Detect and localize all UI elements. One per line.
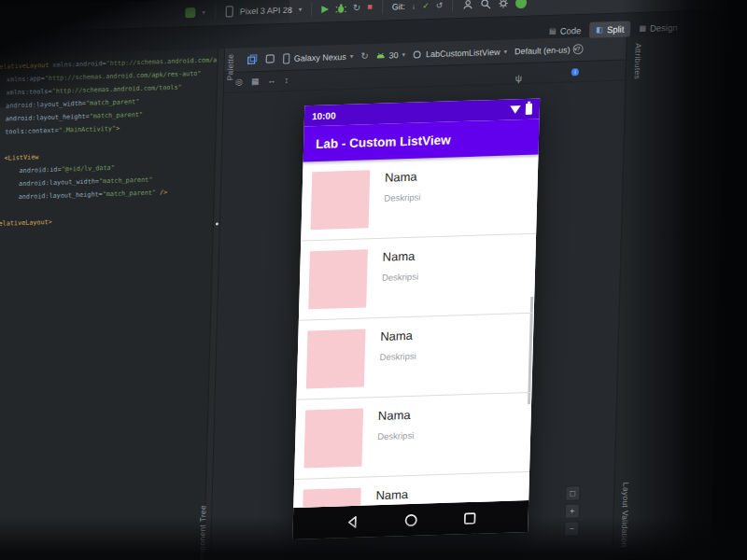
design-tab-icon: ▦ [639, 23, 646, 32]
item-thumbnail [303, 409, 363, 469]
chevron-down-icon: ▾ [299, 6, 303, 13]
git-rollback-button[interactable]: ↺ [436, 0, 444, 9]
preview-device-dropdown[interactable]: Galaxy Nexus ▾ [283, 50, 354, 63]
list-item[interactable]: Nama Deskripsi [299, 234, 536, 321]
api-level-dropdown[interactable]: 30 ▾ [376, 49, 406, 60]
item-title: Nama [375, 487, 408, 502]
code-tab-icon: ▤ [549, 26, 557, 35]
user-access-icon[interactable] [462, 0, 473, 10]
zoom-controls: □ + − [564, 485, 581, 537]
item-title: Nama [382, 249, 415, 264]
tab-code[interactable]: ▤ Code [543, 21, 588, 39]
user-avatar[interactable] [515, 0, 527, 8]
app-bar: Lab - Custom ListView [303, 119, 540, 161]
run-button[interactable]: ▶ [321, 4, 329, 13]
module-selector[interactable]: ▾ [185, 7, 205, 19]
chevron-down-icon: ▾ [402, 50, 406, 58]
item-description: Deskripsi [380, 351, 416, 362]
toolbar-separator [452, 0, 453, 11]
splitter-handle[interactable] [216, 222, 218, 225]
item-title: Nama [380, 329, 413, 343]
phone-device-icon [225, 6, 233, 18]
home-icon [403, 512, 417, 526]
git-label: Git: [392, 1, 405, 10]
item-thumbnail [306, 329, 366, 388]
git-commit-button[interactable]: ✓ [422, 1, 430, 10]
back-icon [345, 514, 359, 528]
zoom-fit-button[interactable]: □ [565, 485, 580, 501]
git-update-button[interactable]: ↓ [412, 1, 416, 10]
preview-device-label: Galaxy Nexus [294, 51, 346, 63]
app-module-icon [185, 7, 195, 18]
device-selector-dropdown[interactable]: Pixel 3 API 28 ▾ [225, 3, 303, 18]
render-info-badge[interactable]: i [571, 68, 579, 76]
locale-label: Default (en-us) [514, 45, 571, 56]
app-bar-title: Lab - Custom ListView [316, 133, 451, 151]
api-level-label: 30 [389, 50, 399, 60]
item-description: Deskripsi [382, 272, 418, 283]
theme-label: LabCustomListView [426, 47, 500, 59]
item-description: Deskripsi [377, 430, 414, 441]
search-icon[interactable] [480, 0, 491, 9]
item-description: Deskripsi [384, 192, 420, 203]
list-item[interactable]: Nama Deskripsi [294, 393, 531, 480]
tab-design-label: Design [650, 21, 678, 33]
resize-horizontal-icon[interactable]: ↔ [267, 77, 275, 85]
item-thumbnail [311, 170, 371, 230]
android-droid-icon [376, 52, 386, 59]
grid-mode-icon[interactable]: ▦ [251, 77, 260, 86]
chevron-down-icon: ▾ [350, 52, 354, 60]
wifi-icon [510, 105, 521, 114]
list-item[interactable]: Nama Deskripsi [297, 314, 534, 400]
theme-dropdown[interactable]: LabCustomListView ▾ [413, 47, 507, 59]
zoom-in-button[interactable]: + [565, 503, 580, 519]
view-options-icon[interactable]: ◎ [235, 77, 243, 86]
zoom-out-button[interactable]: − [564, 521, 579, 537]
toolbar-separator [215, 5, 216, 19]
device-preview[interactable]: 10:00 Lab - Custom ListView Nama Deskrip… [292, 98, 540, 539]
tab-design[interactable]: ▦ Design [632, 19, 684, 36]
locale-dropdown[interactable]: Default (en-us) ▾ [514, 45, 577, 56]
chevron-down-icon: ▾ [503, 48, 507, 55]
recents-icon [462, 511, 476, 525]
status-time: 10:00 [312, 105, 510, 121]
right-tool-stripe: Attributes Layout Validation [612, 33, 726, 559]
toolbar-separator [382, 0, 383, 14]
device-antenna-icon: ψ [515, 73, 522, 83]
phone-device-icon [283, 52, 290, 63]
sync-icon[interactable]: ↻ [353, 3, 361, 12]
code-editor[interactable]: <RelativeLayout xmlns:android="http://sc… [0, 49, 218, 560]
battery-icon [526, 104, 532, 115]
tab-split[interactable]: ◧ Split [589, 21, 631, 37]
system-ui-mode-icon[interactable] [265, 53, 275, 63]
stop-button[interactable]: ■ [367, 3, 373, 11]
debug-bug-icon[interactable] [335, 2, 346, 13]
item-title: Nama [378, 408, 411, 423]
chevron-down-icon: ▾ [202, 8, 205, 16]
tab-split-label: Split [607, 23, 625, 35]
split-tab-icon: ◧ [596, 25, 603, 34]
settings-gear-icon[interactable] [498, 0, 509, 8]
tool-tab-component-tree[interactable]: Component Tree [197, 505, 208, 560]
listview[interactable]: Nama Deskripsi Nama Deskripsi Nama [293, 155, 538, 508]
design-surface-icon[interactable] [247, 54, 258, 64]
tool-tab-attributes[interactable]: Attributes [633, 43, 643, 79]
tool-tab-palette[interactable]: Palette [225, 54, 235, 81]
item-thumbnail [302, 488, 361, 508]
tab-code-label: Code [560, 25, 582, 36]
toolbar-separator [311, 2, 312, 16]
theme-icon [413, 49, 422, 59]
help-button[interactable]: ? [572, 44, 583, 54]
item-title: Nama [385, 170, 417, 185]
item-thumbnail [308, 249, 368, 309]
resize-vertical-icon[interactable]: ↕ [284, 77, 289, 85]
design-canvas[interactable]: 10:00 Lab - Custom ListView Nama Deskrip… [210, 81, 625, 560]
android-studio-window: ▾ Pixel 3 API 28 ▾ ▶ ↻ ■ Git: ↓ ✓ ↺ ▤ Co… [0, 0, 726, 560]
orientation-rotate-icon[interactable]: ↻ [360, 51, 369, 61]
tool-tab-layout-validation[interactable]: Layout Validation [620, 483, 631, 548]
device-selector-label: Pixel 3 API 28 [240, 5, 292, 16]
list-item[interactable]: Nama Deskripsi [301, 155, 538, 242]
design-surface-panel: Galaxy Nexus ▾ ↻ 30 ▾ LabCustomListView … [210, 36, 626, 560]
